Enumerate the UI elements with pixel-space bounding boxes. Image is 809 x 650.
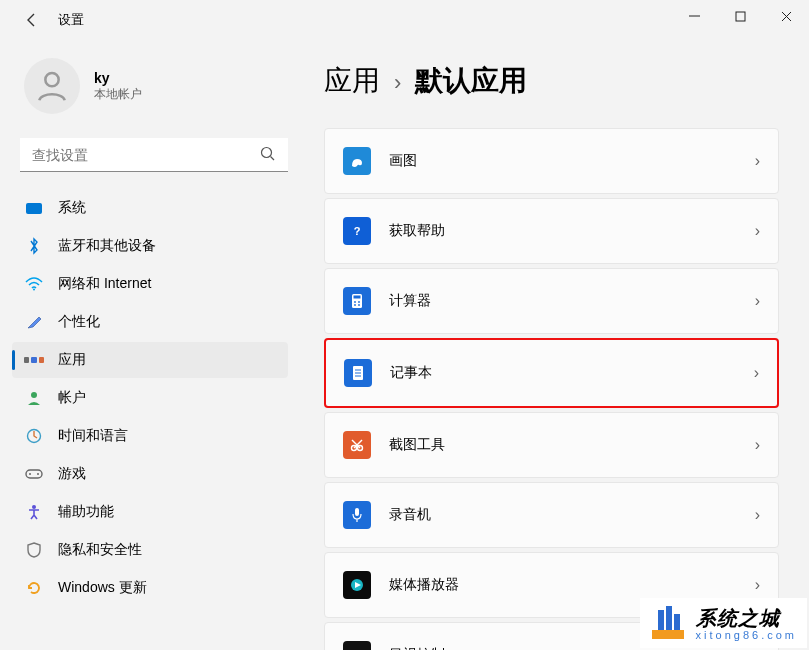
nav-label: 蓝牙和其他设备	[58, 237, 156, 255]
app-row-snipping-tool[interactable]: 截图工具 ›	[324, 412, 779, 478]
breadcrumb: 应用 › 默认应用	[324, 62, 779, 100]
close-icon	[781, 11, 792, 22]
main-pane: 应用 › 默认应用 画图 › ? 获取帮助 › 计算器 › 记事本 › 截图工具	[300, 40, 809, 650]
app-row-voice-recorder[interactable]: 录音机 ›	[324, 482, 779, 548]
paintbrush-icon	[24, 312, 44, 332]
back-button[interactable]	[18, 6, 46, 34]
window-controls	[671, 0, 809, 32]
user-icon	[33, 67, 71, 105]
app-label: 截图工具	[389, 436, 755, 454]
profile-name: ky	[94, 70, 142, 86]
app-label: 获取帮助	[389, 222, 755, 240]
nav-label: 个性化	[58, 313, 100, 331]
svg-point-17	[354, 304, 356, 306]
svg-rect-33	[674, 614, 680, 630]
svg-rect-8	[26, 470, 42, 478]
svg-rect-27	[355, 508, 359, 516]
svg-point-11	[32, 505, 36, 509]
nav-accessibility[interactable]: 辅助功能	[12, 494, 288, 530]
calculator-app-icon	[343, 287, 371, 315]
svg-point-6	[31, 392, 37, 398]
svg-point-5	[33, 289, 35, 291]
watermark-logo-icon	[646, 602, 690, 646]
bluetooth-icon	[24, 236, 44, 256]
maximize-button[interactable]	[717, 0, 763, 32]
nav-label: 隐私和安全性	[58, 541, 142, 559]
avatar	[24, 58, 80, 114]
chevron-right-icon: ›	[755, 222, 760, 240]
sidebar: ky 本地帐户 系统 蓝牙和其他设备 网络和 Internet	[0, 40, 300, 650]
svg-point-9	[29, 473, 31, 475]
svg-point-16	[358, 301, 360, 303]
nav-apps[interactable]: 应用	[12, 342, 288, 378]
nav-privacy[interactable]: 隐私和安全性	[12, 532, 288, 568]
shield-icon	[24, 540, 44, 560]
globe-clock-icon	[24, 426, 44, 446]
gamepad-icon	[24, 464, 44, 484]
minimize-button[interactable]	[671, 0, 717, 32]
minimize-icon	[689, 11, 700, 22]
chevron-right-icon: ›	[755, 576, 760, 594]
media-player-app-icon	[343, 571, 371, 599]
chevron-right-icon: ›	[755, 152, 760, 170]
app-label: 媒体播放器	[389, 576, 755, 594]
profile[interactable]: ky 本地帐户	[12, 50, 300, 138]
svg-rect-30	[652, 630, 684, 639]
app-row-calculator[interactable]: 计算器 ›	[324, 268, 779, 334]
chevron-right-icon: ›	[755, 506, 760, 524]
close-button[interactable]	[763, 0, 809, 32]
app-label: 画图	[389, 152, 755, 170]
svg-point-3	[262, 148, 272, 158]
back-arrow-icon	[24, 12, 40, 28]
app-row-notepad[interactable]: 记事本 ›	[324, 338, 779, 408]
watermark-title: 系统之城	[696, 607, 797, 629]
app-row-paint[interactable]: 画图 ›	[324, 128, 779, 194]
eye-control-app-icon	[343, 641, 371, 650]
nav-personalization[interactable]: 个性化	[12, 304, 288, 340]
nav-bluetooth[interactable]: 蓝牙和其他设备	[12, 228, 288, 264]
nav-update[interactable]: Windows 更新	[12, 570, 288, 606]
search-input[interactable]	[20, 138, 288, 172]
svg-point-18	[358, 304, 360, 306]
help-app-icon: ?	[343, 217, 371, 245]
nav-system[interactable]: 系统	[12, 190, 288, 226]
nav-label: 网络和 Internet	[58, 275, 151, 293]
system-icon	[24, 198, 44, 218]
nav-label: 辅助功能	[58, 503, 114, 521]
nav-gaming[interactable]: 游戏	[12, 456, 288, 492]
nav-label: 应用	[58, 351, 86, 369]
page-title: 默认应用	[415, 62, 527, 100]
svg-point-15	[354, 301, 356, 303]
svg-rect-1	[736, 12, 745, 21]
search-wrap	[20, 138, 288, 172]
breadcrumb-root[interactable]: 应用	[324, 62, 380, 100]
maximize-icon	[735, 11, 746, 22]
wifi-icon	[24, 274, 44, 294]
nav-label: 游戏	[58, 465, 86, 483]
svg-rect-32	[666, 606, 672, 630]
nav-label: 系统	[58, 199, 86, 217]
app-label: 录音机	[389, 506, 755, 524]
profile-sub: 本地帐户	[94, 86, 142, 103]
nav-label: 时间和语言	[58, 427, 128, 445]
nav-network[interactable]: 网络和 Internet	[12, 266, 288, 302]
chevron-right-icon: ›	[394, 70, 401, 96]
nav-accounts[interactable]: 帐户	[12, 380, 288, 416]
svg-line-4	[271, 157, 275, 161]
watermark-url: xitong86.com	[696, 629, 797, 641]
app-row-get-help[interactable]: ? 获取帮助 ›	[324, 198, 779, 264]
app-label: 计算器	[389, 292, 755, 310]
window-title: 设置	[58, 11, 84, 29]
update-icon	[24, 578, 44, 598]
nav-label: 帐户	[58, 389, 86, 407]
apps-icon	[24, 350, 44, 370]
search-icon	[260, 146, 276, 166]
svg-text:?: ?	[354, 225, 361, 237]
titlebar: 设置	[0, 0, 809, 40]
nav-time-language[interactable]: 时间和语言	[12, 418, 288, 454]
nav: 系统 蓝牙和其他设备 网络和 Internet 个性化 应用 帐户	[12, 190, 300, 606]
watermark: 系统之城 xitong86.com	[640, 598, 807, 648]
chevron-right-icon: ›	[755, 292, 760, 310]
svg-point-10	[37, 473, 39, 475]
snipping-tool-app-icon	[343, 431, 371, 459]
